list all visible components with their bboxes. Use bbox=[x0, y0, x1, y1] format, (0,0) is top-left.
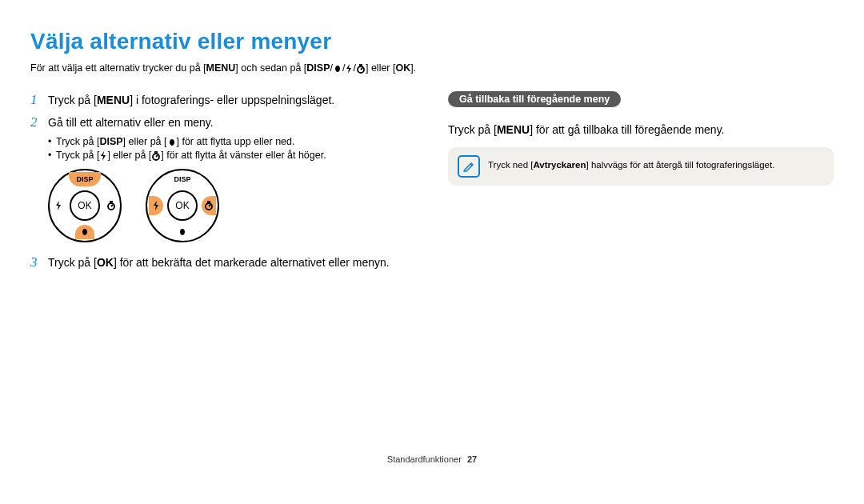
footer-label: Standardfunktioner bbox=[387, 454, 462, 464]
dial-flash-hl bbox=[149, 196, 163, 215]
macro-icon bbox=[167, 138, 177, 147]
flash-icon bbox=[99, 151, 107, 161]
intro-frag: För att välja ett alternativ trycker du … bbox=[30, 62, 206, 74]
menu-glyph: MENU bbox=[97, 94, 130, 106]
intro-frag: ] eller [ bbox=[366, 62, 396, 74]
page-title: Välja alternativ eller menyer bbox=[30, 29, 834, 54]
note-box: Tryck ned [Avtryckaren] halvvägs för att… bbox=[448, 147, 834, 186]
dial-disp-hl: DISP bbox=[69, 172, 101, 186]
text-frag: Tryck på [ bbox=[48, 256, 97, 269]
page-number: 27 bbox=[467, 454, 477, 464]
step-body: Gå till ett alternativ eller en meny. bbox=[48, 114, 414, 131]
step-number: 2 bbox=[30, 114, 48, 131]
dial-horizontal: DISP OK bbox=[146, 169, 219, 242]
ok-glyph: OK bbox=[395, 62, 410, 74]
dial-ok: OK bbox=[167, 190, 198, 221]
text-frag: ] för att flytta åt vänster eller åt hög… bbox=[161, 150, 326, 161]
left-column: 1 Tryck på [MENU] i fotograferings- elle… bbox=[30, 91, 414, 276]
text-frag: ] eller på [ bbox=[123, 136, 167, 147]
dial-macro-hl bbox=[75, 225, 94, 239]
dial-ok: OK bbox=[70, 190, 100, 221]
menu-glyph: MENU bbox=[206, 62, 236, 74]
shutter-bold: Avtryckaren bbox=[533, 160, 586, 170]
text-frag: Tryck på [ bbox=[448, 123, 497, 136]
text-frag: Tryck ned [ bbox=[488, 160, 533, 170]
dial-timer-hl bbox=[202, 196, 216, 215]
dial-diagrams: DISP OK DISP OK bbox=[48, 169, 414, 242]
dial-flash bbox=[51, 196, 66, 215]
dial-disp: DISP bbox=[166, 172, 198, 186]
text-frag: ] för att bekräfta det markerade alterna… bbox=[114, 256, 390, 269]
right-paragraph: Tryck på [MENU] för att gå tillbaka till… bbox=[448, 123, 834, 136]
text-frag: ] i fotograferings- eller uppspelningslä… bbox=[130, 94, 334, 106]
menu-glyph: MENU bbox=[497, 123, 530, 136]
bullet-item: Tryck på [] eller på [] för att flytta å… bbox=[48, 150, 414, 161]
step-2: 2 Gå till ett alternativ eller en meny. bbox=[30, 114, 414, 131]
intro-frag: ]. bbox=[410, 62, 416, 74]
back-pill: Gå tillbaka till föregående meny bbox=[448, 91, 621, 107]
step-1: 1 Tryck på [MENU] i fotograferings- elle… bbox=[30, 91, 414, 109]
text-frag: Tryck på [ bbox=[56, 150, 99, 161]
intro-frag: ] och sedan på [ bbox=[235, 62, 306, 74]
page-footer: Standardfunktioner 27 bbox=[0, 454, 864, 464]
timer-icon bbox=[356, 64, 366, 74]
disp-glyph: DISP bbox=[99, 136, 122, 147]
text-frag: ] för att flytta upp eller ned. bbox=[177, 136, 295, 147]
ok-glyph: OK bbox=[97, 256, 114, 269]
dial-macro bbox=[173, 225, 192, 239]
step-3: 3 Tryck på [OK] för att bekräfta det mar… bbox=[30, 254, 414, 271]
flash-icon bbox=[345, 64, 353, 74]
intro-text: För att välja ett alternativ trycker du … bbox=[30, 62, 834, 74]
disp-glyph: DISP bbox=[306, 62, 330, 74]
dial-vertical: DISP OK bbox=[48, 169, 122, 242]
note-text: Tryck ned [Avtryckaren] halvvägs för att… bbox=[488, 155, 774, 172]
text-frag: ] halvvägs för att återgå till fotografe… bbox=[586, 160, 775, 170]
timer-icon bbox=[151, 151, 161, 161]
step-number: 3 bbox=[30, 254, 48, 271]
step-number: 1 bbox=[30, 91, 48, 109]
text-frag: ] eller på [ bbox=[107, 150, 151, 161]
text-frag: Tryck på [ bbox=[48, 94, 97, 106]
macro-icon bbox=[333, 64, 342, 74]
note-icon bbox=[458, 155, 480, 178]
sub-bullets: Tryck på [DISP] eller på [] för att flyt… bbox=[48, 136, 414, 161]
text-frag: ] för att gå tillbaka till föregående me… bbox=[530, 123, 724, 136]
text-frag: Tryck på [ bbox=[56, 136, 99, 147]
right-column: Gå tillbaka till föregående meny Tryck p… bbox=[448, 91, 834, 276]
bullet-item: Tryck på [DISP] eller på [] för att flyt… bbox=[48, 136, 414, 147]
dial-timer bbox=[104, 196, 118, 215]
